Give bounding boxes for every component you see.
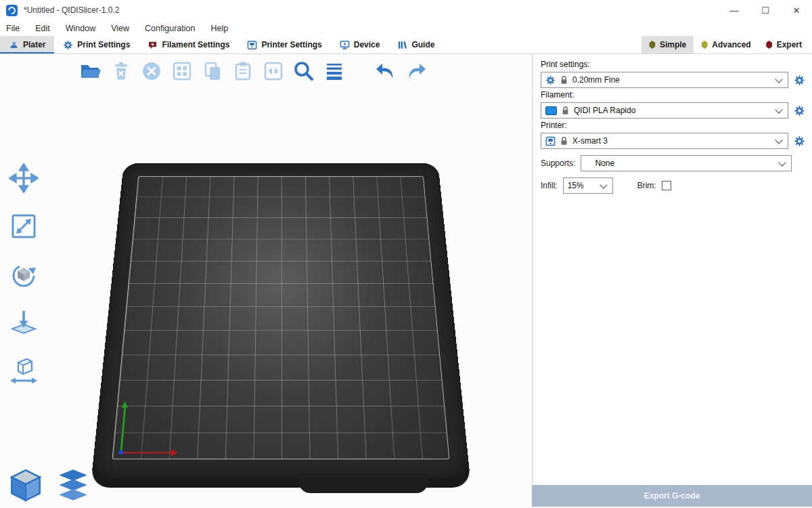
supports-label: Supports: — [541, 158, 575, 168]
menu-help[interactable]: Help — [210, 24, 228, 33]
export-gcode-button[interactable]: Export G-code — [532, 485, 812, 507]
mode-simple[interactable]: Simple — [641, 36, 694, 54]
tab-filament-settings-label: Filament Settings — [162, 40, 229, 49]
delete-icon[interactable] — [109, 59, 133, 83]
mode-expert-label: Expert — [777, 40, 802, 49]
infill-value: 15% — [568, 181, 597, 190]
layers-view-icon[interactable] — [54, 466, 92, 504]
print-settings-gear-icon — [63, 40, 73, 50]
mode-switcher: Simple Advanced Expert — [641, 36, 812, 54]
paste-icon[interactable] — [231, 59, 255, 83]
minimize-button[interactable]: — — [719, 0, 750, 20]
tab-filament-settings[interactable]: Filament Settings — [139, 36, 238, 54]
printer-value: X-smart 3 — [572, 136, 772, 146]
tab-print-settings-label: Print Settings — [77, 40, 130, 49]
print-bed-frame — [91, 163, 470, 478]
print-settings-select[interactable]: 0.20mm Fine — [541, 72, 788, 88]
scale-icon[interactable] — [7, 209, 41, 243]
print-bed — [81, 54, 480, 501]
tab-print-settings[interactable]: Print Settings — [54, 36, 139, 54]
chevron-down-icon — [600, 181, 607, 188]
mode-advanced-label: Advanced — [712, 40, 750, 49]
lock-icon — [560, 136, 568, 146]
filament-label: Filament: — [541, 90, 805, 100]
lock-icon — [561, 106, 570, 115]
copy-icon[interactable] — [200, 59, 225, 83]
mode-expert[interactable]: Expert — [759, 36, 809, 54]
simple-mode-icon — [649, 41, 656, 49]
left-toolbar — [7, 161, 41, 387]
arrange-icon[interactable] — [170, 59, 194, 83]
measure-icon[interactable] — [7, 354, 41, 387]
mode-simple-label: Simple — [660, 40, 686, 49]
printer-select[interactable]: X-smart 3 — [541, 133, 788, 149]
settings-panel: Print settings: 0.20mm Fine — [532, 54, 812, 508]
window-title: *Untitled - QIDISlicer-1.0.2 — [24, 5, 119, 15]
chevron-down-icon — [775, 75, 782, 83]
rotate-icon[interactable] — [7, 257, 41, 291]
infill-select[interactable]: 15% — [563, 177, 613, 194]
window-controls: — ☐ ✕ — [719, 0, 812, 20]
layer-height-icon[interactable] — [322, 59, 346, 83]
filament-select[interactable]: QIDI PLA Rapido — [541, 102, 788, 119]
plater-icon — [9, 40, 19, 50]
tab-device-label: Device — [354, 40, 380, 49]
undo-icon[interactable] — [374, 59, 398, 83]
expert-mode-icon — [766, 41, 773, 49]
filament-color-swatch — [545, 106, 557, 115]
printer-label: Printer: — [541, 121, 805, 130]
maximize-button[interactable]: ☐ — [750, 0, 781, 20]
brim-checkbox[interactable] — [662, 181, 671, 190]
tab-printer-settings[interactable]: Printer Settings — [238, 36, 330, 54]
lock-icon — [560, 75, 568, 85]
menu-configuration[interactable]: Configuration — [145, 24, 195, 33]
filament-gear-button[interactable] — [793, 104, 805, 117]
printer-icon — [247, 40, 257, 50]
tab-guide-label: Guide — [411, 40, 434, 49]
filament-icon — [148, 40, 158, 50]
chevron-down-icon — [778, 158, 786, 166]
device-icon — [340, 40, 350, 50]
print-bed-grid — [112, 176, 450, 459]
move-icon[interactable] — [7, 161, 41, 195]
menu-window[interactable]: Window — [66, 24, 95, 33]
title-bar: *Untitled - QIDISlicer-1.0.2 — ☐ ✕ — [0, 0, 812, 20]
menu-edit[interactable]: Edit — [35, 24, 50, 33]
menu-view[interactable]: View — [111, 24, 129, 33]
mode-advanced[interactable]: Advanced — [694, 36, 758, 54]
profile-gear-icon — [545, 75, 556, 85]
menu-file[interactable]: File — [6, 24, 20, 33]
brim-label: Brim: — [637, 181, 656, 190]
guide-book-icon — [397, 40, 407, 50]
print-settings-label: Print settings: — [541, 60, 805, 69]
delete-all-icon[interactable] — [139, 59, 164, 83]
app-logo-icon — [6, 5, 18, 16]
coordinate-axes — [118, 385, 196, 454]
tab-plater-label: Plater — [23, 40, 45, 49]
instances-icon[interactable] — [261, 59, 286, 83]
redo-icon[interactable] — [404, 59, 428, 83]
search-icon[interactable] — [292, 59, 316, 83]
open-icon[interactable] — [78, 59, 103, 83]
tab-printer-settings-label: Printer Settings — [261, 40, 321, 49]
supports-select[interactable]: None — [581, 155, 792, 171]
x-axis-arrow — [120, 452, 172, 453]
chevron-down-icon — [775, 136, 782, 144]
top-toolbar — [78, 59, 428, 83]
printer-gear-button[interactable] — [793, 135, 805, 147]
advanced-mode-icon — [701, 41, 708, 49]
infill-label: Infill: — [541, 181, 558, 190]
close-button[interactable]: ✕ — [781, 0, 812, 20]
print-settings-gear-button[interactable] — [793, 74, 805, 86]
tab-guide[interactable]: Guide — [388, 36, 443, 54]
tab-plater[interactable]: Plater — [0, 36, 54, 54]
filament-value: QIDI PLA Rapido — [574, 106, 772, 115]
printer-mini-icon — [545, 136, 556, 146]
tab-bar: Plater Print Settings Filament Settings … — [0, 36, 812, 54]
tab-device[interactable]: Device — [331, 36, 389, 54]
3d-view-icon[interactable] — [7, 466, 45, 504]
place-on-face-icon[interactable] — [7, 305, 41, 339]
z-axis-origin — [118, 450, 124, 455]
chevron-down-icon — [775, 106, 782, 113]
viewport-3d[interactable] — [0, 54, 532, 508]
